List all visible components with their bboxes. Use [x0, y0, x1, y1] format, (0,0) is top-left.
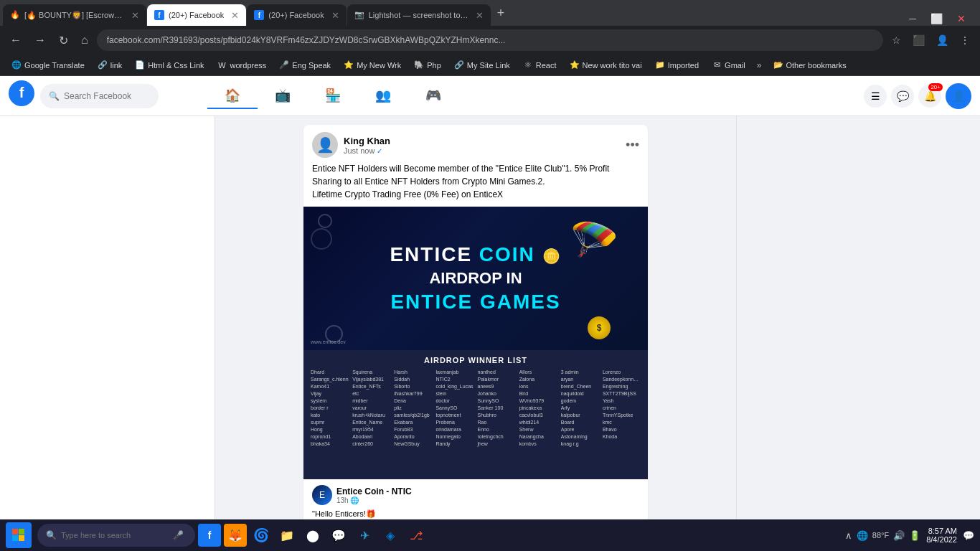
- fb-left-sidebar: [0, 116, 215, 538]
- minimize-button[interactable]: ─: [903, 11, 922, 26]
- airdrop-name-item: Rao: [476, 419, 517, 425]
- entice-coin-image[interactable]: ENTICE COIN 🪙 AIRDROP IN ENTICE GAMES 🪂: [303, 207, 648, 350]
- airdrop-name-item: cinter260: [351, 441, 392, 447]
- bookmark-button[interactable]: ☆: [887, 32, 905, 49]
- fb-home-icon[interactable]: 🏠: [207, 83, 258, 109]
- bookmark-other[interactable]: 📂 Other bookmarks: [768, 59, 852, 72]
- bookmark-my-new-wrk[interactable]: ⭐ My New Wrk: [338, 59, 407, 72]
- post-menu-button[interactable]: •••: [626, 138, 639, 153]
- svg-rect-3: [19, 535, 24, 541]
- fb-notifications-button[interactable]: 🔔 20+: [918, 85, 941, 108]
- tab-1-close[interactable]: ✕: [131, 10, 139, 21]
- bookmark-react[interactable]: ⚛ React: [517, 59, 562, 72]
- forward-button[interactable]: →: [30, 31, 50, 50]
- fb-gaming-icon[interactable]: 🎮: [408, 83, 458, 109]
- taskbar-git-icon[interactable]: ⎇: [405, 524, 428, 547]
- bookmark-google-translate[interactable]: 🌐 Google Translate: [6, 59, 90, 72]
- airdrop-name-item: naquildold: [560, 390, 600, 397]
- airdrop-name-item: Board: [560, 419, 600, 425]
- airdrop-name-item: knag r.g: [560, 441, 600, 447]
- taskbar-search-box[interactable]: 🔍 🎤: [37, 524, 195, 547]
- airdrop-name-item: Apore: [560, 426, 600, 433]
- bookmark-eng-speak[interactable]: 🎤 Eng Speak: [273, 59, 336, 72]
- fb-menu-button[interactable]: ☰: [864, 85, 887, 108]
- tab-2[interactable]: f (20+) Facebook ✕: [147, 4, 246, 26]
- bookmark-html-css[interactable]: 📄 Html & Css Link: [129, 59, 209, 72]
- tab-1[interactable]: 🔥 [🔥 BOUNTY🦁] [Escrowed] Enti... ✕: [3, 4, 146, 26]
- battery-icon[interactable]: 🔋: [909, 530, 920, 541]
- airdrop-name-item: Hong: [309, 426, 350, 433]
- taskbar-whatsapp-icon[interactable]: 💬: [327, 524, 350, 547]
- airdrop-winner-list-image[interactable]: AIRDROP WINNER LIST DhardSquirenaHarshla…: [303, 350, 648, 479]
- address-bar[interactable]: [97, 29, 883, 51]
- notification-tray-icon[interactable]: 💬: [963, 530, 974, 541]
- airdrop-name-item: cacvlobul3: [518, 412, 559, 418]
- network-icon[interactable]: 🌐: [857, 530, 868, 541]
- airdrop-name-item: Squirena: [351, 369, 392, 375]
- tab-4[interactable]: 📷 Lightshot — screenshot tool for ... ✕: [347, 4, 491, 26]
- taskbar-facebook-icon[interactable]: f: [198, 524, 221, 547]
- bookmark-react-label: React: [536, 61, 557, 70]
- taskbar-chrome-icon[interactable]: ⬤: [301, 524, 324, 547]
- bookmark-new-work-tito[interactable]: ⭐ New work tito vai: [564, 59, 648, 72]
- entice-title-1: ENTICE COIN 🪙: [390, 243, 561, 266]
- fb-logo: f: [9, 80, 34, 106]
- start-button[interactable]: [6, 522, 32, 548]
- fb-messenger-button[interactable]: 💬: [891, 85, 914, 108]
- bookmark-gmail[interactable]: ✉ Gmail: [706, 59, 751, 72]
- taskbar-telegram-icon[interactable]: ✈: [353, 524, 376, 547]
- fb-marketplace-icon[interactable]: 🏪: [308, 83, 358, 109]
- airdrop-name-item: Abodaari: [351, 433, 392, 440]
- taskbar-search-input[interactable]: [61, 531, 169, 540]
- taskbar-edge-icon[interactable]: 🌀: [250, 524, 273, 547]
- taskbar-mic-icon: 🎤: [173, 530, 184, 540]
- airdrop-name-item: jhew: [476, 441, 517, 447]
- profile-button[interactable]: 👤: [932, 32, 953, 49]
- subcard-header: E Entice Coin - NTIC 13h 🌐: [312, 485, 639, 505]
- reload-button[interactable]: ↻: [55, 31, 72, 50]
- close-button[interactable]: ✕: [951, 11, 971, 26]
- airdrop-name-item: Narangcha: [518, 433, 559, 440]
- firefox-icon: 🦊: [228, 529, 242, 542]
- menu-button[interactable]: ⋮: [956, 32, 974, 49]
- airdrop-name-item: system: [309, 397, 350, 404]
- airdrop-name-item: etc: [351, 390, 392, 397]
- airdrop-name-item: orindamara: [434, 426, 475, 433]
- subcard-name[interactable]: Entice Coin - NTIC: [336, 486, 412, 496]
- bookmark-wordpress[interactable]: W wordpress: [212, 59, 273, 72]
- subcard-avatar: E: [312, 485, 332, 505]
- back-button[interactable]: ←: [6, 31, 26, 50]
- airdrop-name-item: kombvs: [518, 441, 559, 447]
- post-header: 👤 King Khan Just now ✓ •••: [303, 125, 648, 162]
- taskbar-firefox-icon[interactable]: 🦊: [224, 524, 247, 547]
- bookmarks-more-button[interactable]: »: [753, 59, 766, 72]
- tab-4-close[interactable]: ✕: [476, 10, 484, 21]
- fb-top-right: ☰ 💬 🔔 20+ 👤: [864, 83, 971, 109]
- bookmark-imported[interactable]: 📁 Imported: [649, 59, 705, 72]
- bookmark-html-css-label: Html & Css Link: [148, 61, 204, 70]
- fb-profile-avatar[interactable]: 👤: [946, 83, 971, 109]
- new-tab-button[interactable]: +: [491, 6, 511, 21]
- my-site-link-icon: 🔗: [454, 60, 464, 70]
- fb-watch-icon[interactable]: 📺: [258, 83, 308, 109]
- bookmark-my-site-link-label: My Site Link: [467, 61, 510, 70]
- bookmark-my-site-link[interactable]: 🔗 My Site Link: [448, 59, 516, 72]
- other-bookmarks-icon: 📂: [773, 60, 783, 70]
- post-author-name[interactable]: King Khan: [344, 136, 620, 146]
- speaker-icon[interactable]: 🔊: [893, 530, 905, 541]
- fb-groups-icon[interactable]: 👥: [358, 83, 408, 109]
- home-button[interactable]: ⌂: [77, 31, 93, 50]
- bookmark-php[interactable]: 🐘 Php: [408, 59, 447, 72]
- taskbar-files-icon[interactable]: 📁: [275, 524, 298, 547]
- clock-display[interactable]: 8:57 AM 8/4/2022: [926, 527, 957, 544]
- fb-search-input[interactable]: [64, 91, 150, 101]
- tab-3[interactable]: f (20+) Facebook ✕: [247, 4, 346, 26]
- bookmark-link[interactable]: 🔗 link: [92, 59, 128, 72]
- taskbar-vscode-icon[interactable]: ◈: [379, 524, 402, 547]
- tray-up-arrow[interactable]: ∧: [845, 530, 852, 541]
- tab-2-close[interactable]: ✕: [231, 10, 239, 21]
- maximize-button[interactable]: ⬜: [925, 11, 948, 26]
- airdrop-name-item: samles/qb2/1gb: [392, 412, 433, 418]
- tab-3-close[interactable]: ✕: [331, 10, 339, 21]
- extension-button[interactable]: ⬛: [908, 32, 929, 49]
